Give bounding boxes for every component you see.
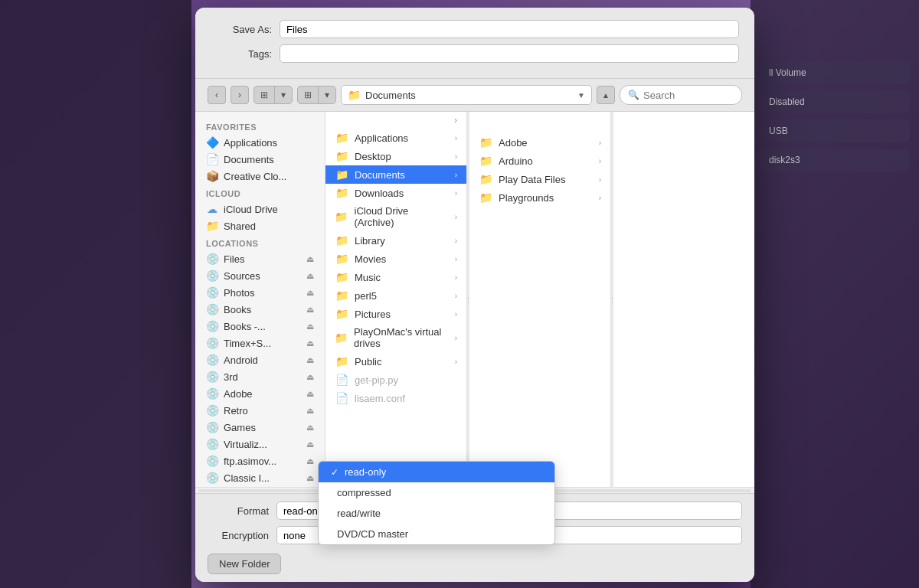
sidebar-item-android[interactable]: 💿 Android ⏏ — [195, 351, 325, 368]
games-eject-icon[interactable]: ⏏ — [306, 423, 314, 433]
sidebar-item-books[interactable]: 💿 Books ⏏ — [195, 301, 325, 318]
bg-card-label-2: Disabled — [769, 96, 805, 107]
timex-disk-icon: 💿 — [206, 337, 218, 349]
file-item-arduino[interactable]: 📁 Arduino › — [469, 152, 610, 170]
prev-col-chevron[interactable]: › — [454, 115, 457, 126]
file-item-perl5[interactable]: 📁 perl5 › — [325, 286, 466, 305]
adobe-folder-chevron-icon: › — [599, 139, 601, 147]
arrange-grid-button[interactable]: ⊞ — [298, 87, 319, 103]
dropdown-item-readwrite[interactable]: read/write — [319, 503, 554, 524]
file-item-applications[interactable]: 📁 Applications › — [325, 129, 466, 147]
file-item-icloud-archive[interactable]: 📁 iCloud Drive (Archive) › — [325, 202, 466, 231]
file-item-music[interactable]: 📁 Music › — [325, 268, 466, 286]
sidebar-item-ftp[interactable]: 💿 ftp.asimov... ⏏ — [195, 452, 325, 469]
books-eject-icon[interactable]: ⏏ — [306, 305, 314, 315]
sidebar-item-sources[interactable]: 💿 Sources ⏏ — [195, 267, 325, 284]
file-item-play-data-files[interactable]: 📁 Play Data Files › — [469, 170, 610, 188]
sidebar-shared-label: Shared — [224, 220, 256, 232]
sidebar-item-photos[interactable]: 💿 Photos ⏏ — [195, 284, 325, 301]
sidebar-item-classic[interactable]: 💿 Classic I... ⏏ — [195, 469, 325, 486]
dropdown-item-read-only[interactable]: ✓ read-only — [319, 462, 554, 482]
ftp-eject-icon[interactable]: ⏏ — [306, 456, 314, 466]
forward-button[interactable]: › — [231, 86, 249, 104]
file-adobe-label: Adobe — [499, 137, 528, 149]
sources-eject-icon[interactable]: ⏏ — [306, 271, 314, 281]
file-item-public[interactable]: 📁 Public › — [325, 352, 466, 371]
save-as-row: Save As: — [211, 20, 739, 38]
desktop-chevron-icon: › — [455, 152, 457, 161]
bg-card-1: ll Volume — [760, 61, 910, 84]
file-item-documents[interactable]: 📁 Documents › — [325, 165, 466, 184]
sidebar-item-timex[interactable]: 💿 Timex+S... ⏏ — [195, 335, 325, 351]
sidebar: Favorites 🔷 Applications 📄 Documents 📦 C… — [195, 112, 325, 487]
applications-folder-icon: 📁 — [335, 132, 348, 144]
dropdown-item-dvd[interactable]: DVD/CD master — [319, 524, 554, 544]
sidebar-item-virtualiz[interactable]: 💿 Virtualiz... ⏏ — [195, 436, 325, 452]
file-playgrounds-label: Playgrounds — [499, 192, 554, 204]
arduino-chevron-icon: › — [599, 157, 601, 165]
android-eject-icon[interactable]: ⏏ — [306, 355, 314, 365]
file-item-desktop[interactable]: 📁 Desktop › — [325, 147, 466, 165]
view-chevron-button[interactable]: ▾ — [275, 87, 292, 103]
perl5-chevron-icon: › — [455, 292, 457, 300]
save-as-input[interactable] — [280, 20, 739, 38]
sidebar-item-applications[interactable]: 🔷 Applications — [195, 134, 325, 151]
sidebar-item-shared[interactable]: 📁 Shared — [195, 217, 325, 234]
photos-disk-icon: 💿 — [206, 286, 218, 299]
file-item-get-pip[interactable]: 📄 get-pip.py — [325, 371, 466, 389]
sidebar-item-icloud-drive[interactable]: ☁ iCloud Drive — [195, 201, 325, 217]
file-item-lisaem[interactable]: 📄 lisaem.conf — [325, 389, 466, 407]
file-item-library[interactable]: 📁 Library › — [325, 231, 466, 250]
view-grid-button[interactable]: ⊞ — [254, 87, 275, 103]
virtualiz-disk-icon: 💿 — [206, 438, 218, 450]
new-folder-button[interactable]: New Folder — [208, 554, 281, 574]
adobe-disk-icon: 💿 — [206, 387, 218, 400]
3rd-eject-icon[interactable]: ⏏ — [306, 372, 314, 382]
bg-card-3: USB — [760, 119, 910, 142]
location-bar[interactable]: 📁 Documents ▼ — [341, 85, 592, 105]
location-folder-icon: 📁 — [348, 89, 361, 101]
sidebar-item-3rd[interactable]: 💿 3rd ⏏ — [195, 368, 325, 385]
playonmac-folder-icon: 📁 — [335, 332, 348, 344]
timex-eject-icon[interactable]: ⏏ — [306, 338, 314, 348]
sidebar-photos-label: Photos — [224, 287, 254, 299]
search-input[interactable] — [643, 90, 734, 101]
sidebar-item-creative-cloud[interactable]: 📦 Creative Clo... — [195, 168, 325, 185]
back-button[interactable]: ‹ — [208, 86, 226, 104]
dialog-header: Save As: Tags: — [195, 8, 754, 79]
photos-eject-icon[interactable]: ⏏ — [306, 288, 314, 298]
sidebar-item-books2[interactable]: 💿 Books -... ⏏ — [195, 318, 325, 335]
shared-icon: 📁 — [206, 220, 218, 232]
public-chevron-icon: › — [455, 358, 457, 366]
adobe-eject-icon[interactable]: ⏏ — [306, 389, 314, 399]
virtualiz-eject-icon[interactable]: ⏏ — [306, 439, 314, 449]
library-folder-icon: 📁 — [335, 234, 348, 247]
file-item-pictures[interactable]: 📁 Pictures › — [325, 305, 466, 323]
files-eject-icon[interactable]: ⏏ — [306, 254, 314, 264]
sidebar-item-documents[interactable]: 📄 Documents — [195, 151, 325, 168]
file-item-adobe[interactable]: 📁 Adobe › — [469, 133, 610, 152]
icloud-drive-icon: ☁ — [206, 203, 218, 215]
file-item-playgrounds[interactable]: 📁 Playgrounds › — [469, 188, 610, 207]
sidebar-item-retro[interactable]: 💿 Retro ⏏ — [195, 402, 325, 419]
sidebar-item-files[interactable]: 💿 Files ⏏ — [195, 250, 325, 267]
dropdown-item-compressed[interactable]: compressed — [319, 482, 554, 503]
file-perl5-label: perl5 — [355, 290, 377, 302]
playgrounds-chevron-icon: › — [599, 194, 601, 202]
music-folder-icon: 📁 — [335, 271, 348, 283]
books2-eject-icon[interactable]: ⏏ — [306, 322, 314, 332]
sidebar-icloud-drive-label: iCloud Drive — [224, 204, 278, 215]
location-up-button[interactable]: ▲ — [597, 86, 615, 104]
sidebar-files-label: Files — [224, 253, 244, 265]
sidebar-item-adobe[interactable]: 💿 Adobe ⏏ — [195, 385, 325, 402]
file-item-playonmac[interactable]: 📁 PlayOnMac's virtual drives › — [325, 323, 466, 352]
sidebar-item-games[interactable]: 💿 Games ⏏ — [195, 419, 325, 436]
file-item-movies[interactable]: 📁 Movies › — [325, 250, 466, 268]
retro-eject-icon[interactable]: ⏏ — [306, 406, 314, 416]
classic-eject-icon[interactable]: ⏏ — [306, 473, 314, 483]
get-pip-file-icon: 📄 — [335, 374, 348, 386]
tags-input[interactable] — [280, 44, 739, 63]
arrange-chevron-button[interactable]: ▾ — [319, 87, 335, 103]
file-icloud-archive-label: iCloud Drive (Archive) — [355, 205, 449, 228]
file-item-downloads[interactable]: 📁 Downloads › — [325, 184, 466, 202]
